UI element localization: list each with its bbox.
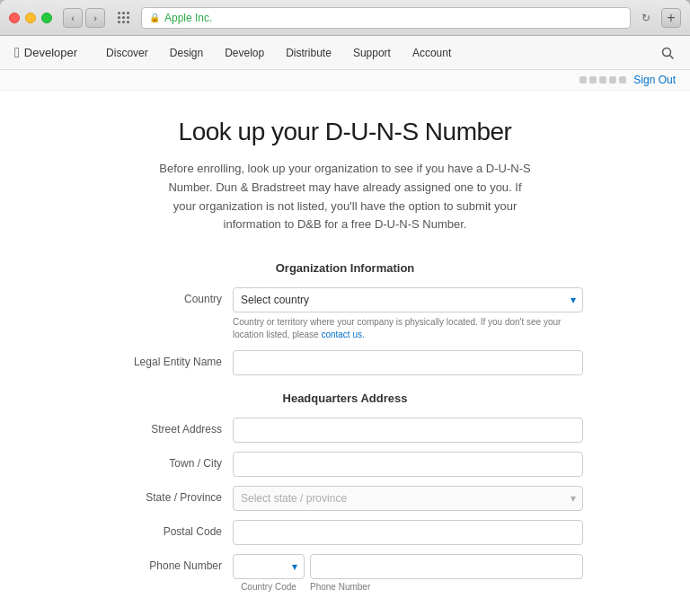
postal-code-row: Postal Code (107, 520, 583, 545)
country-field: Select country United States United King… (233, 287, 583, 341)
nav-develop[interactable]: Develop (214, 36, 275, 70)
phone-number-input[interactable] (310, 554, 583, 579)
nav-discover[interactable]: Discover (95, 36, 159, 70)
country-hint: Country or territory where your company … (233, 316, 583, 341)
nav-design[interactable]: Design (159, 36, 214, 70)
legal-name-input[interactable] (233, 350, 583, 375)
street-address-field (233, 418, 583, 443)
page-header: Look up your D-U-N-S Number Before enrol… (18, 118, 672, 234)
url-text: Apple Inc. (164, 12, 212, 24)
phone-number-label: Phone Number (107, 554, 233, 572)
town-city-label: Town / City (107, 452, 233, 470)
nav-buttons: ‹ › (63, 8, 105, 28)
phone-country-wrapper: +1 +44 +61 +49 +33 +81 ▾ (233, 554, 305, 579)
form-container: Organization Information Country Select … (107, 261, 583, 592)
close-button[interactable] (9, 13, 20, 23)
nav-support[interactable]: Support (342, 36, 402, 70)
phone-number-row: Phone Number +1 +44 +61 +49 +33 +81 (107, 554, 583, 592)
state-province-row: State / Province Select state / province… (107, 486, 583, 511)
nav-distribute[interactable]: Distribute (275, 36, 342, 70)
legal-name-label: Legal Entity Name (107, 350, 233, 368)
postal-code-label: Postal Code (107, 520, 233, 538)
legal-name-field (233, 350, 583, 375)
apple-logo-icon:  (14, 45, 20, 61)
page-description: Before enrolling, look up your organizat… (156, 160, 534, 234)
new-tab-button[interactable]: + (661, 8, 681, 28)
phone-labels: Country Code Phone Number (233, 582, 583, 592)
page-title: Look up your D-U-N-S Number (18, 118, 672, 146)
country-select-wrapper: Select country United States United King… (233, 287, 583, 312)
country-label: Country (107, 287, 233, 305)
country-select[interactable]: Select country United States United King… (233, 287, 583, 312)
address-bar[interactable]: 🔒 Apple Inc. (141, 7, 631, 29)
forward-button[interactable]: › (85, 8, 105, 28)
nav-account[interactable]: Account (402, 36, 462, 70)
nav-bar:  Developer Discover Design Develop Dist… (0, 36, 690, 70)
town-city-input[interactable] (233, 452, 583, 477)
country-row: Country Select country United States Uni… (107, 287, 583, 341)
country-code-sublabel: Country Code (233, 582, 305, 592)
state-province-field: Select state / province Alabama Alaska A… (233, 486, 583, 511)
sign-out-button[interactable]: Sign Out (633, 74, 676, 86)
grid-icon[interactable] (114, 8, 134, 28)
phone-inputs: +1 +44 +61 +49 +33 +81 ▾ (233, 554, 583, 579)
contact-us-link[interactable]: contact us. (321, 330, 364, 339)
minimize-button[interactable] (25, 13, 36, 23)
traffic-lights (9, 13, 52, 23)
title-bar: ‹ › 🔒 Apple Inc. ↻ + (0, 0, 690, 36)
search-icon[interactable] (659, 45, 676, 61)
postal-code-field (233, 520, 583, 545)
hq-section-title: Headquarters Address (107, 392, 583, 405)
maximize-button[interactable] (41, 13, 52, 23)
brand:  Developer (14, 45, 77, 61)
street-address-input[interactable] (233, 418, 583, 443)
account-bar: Sign Out (0, 70, 690, 91)
lock-icon: 🔒 (149, 13, 160, 22)
phone-country-select[interactable]: +1 +44 +61 +49 +33 +81 (233, 554, 305, 579)
phone-number-field: +1 +44 +61 +49 +33 +81 ▾ Countr (233, 554, 583, 592)
svg-line-1 (670, 55, 674, 58)
state-province-select[interactable]: Select state / province Alabama Alaska A… (233, 486, 583, 511)
state-province-label: State / Province (107, 486, 233, 504)
phone-number-sublabel: Phone Number (310, 582, 370, 592)
town-city-row: Town / City (107, 452, 583, 477)
state-select-wrapper: Select state / province Alabama Alaska A… (233, 486, 583, 511)
legal-name-row: Legal Entity Name (107, 350, 583, 375)
town-city-field (233, 452, 583, 477)
postal-code-input[interactable] (233, 520, 583, 545)
nav-links: Discover Design Develop Distribute Suppo… (95, 36, 659, 70)
main-content: Look up your D-U-N-S Number Before enrol… (0, 91, 690, 616)
street-address-label: Street Address (107, 418, 233, 436)
reload-button[interactable]: ↻ (638, 10, 654, 26)
street-address-row: Street Address (107, 418, 583, 443)
org-section-title: Organization Information (107, 261, 583, 275)
brand-label[interactable]: Developer (24, 46, 77, 59)
back-button[interactable]: ‹ (63, 8, 83, 28)
browser-window: ‹ › 🔒 Apple Inc. ↻ +  Developer Discove… (0, 0, 690, 616)
account-avatar (579, 76, 626, 84)
